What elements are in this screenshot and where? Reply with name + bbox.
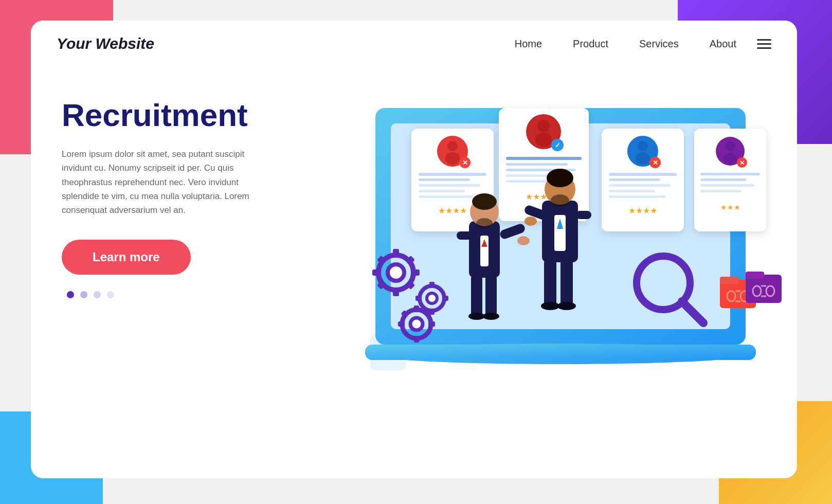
svg-rect-98 <box>457 231 472 240</box>
svg-rect-86 <box>746 272 764 279</box>
svg-rect-14 <box>419 190 465 192</box>
svg-point-21 <box>535 133 552 147</box>
svg-rect-99 <box>471 275 482 316</box>
svg-text:☆: ☆ <box>449 206 456 215</box>
svg-point-97 <box>517 236 530 245</box>
svg-point-110 <box>524 217 537 226</box>
svg-rect-15 <box>419 195 475 198</box>
svg-rect-71 <box>414 305 419 312</box>
hero-section: Recruitment Lorem ipsum dolor sit amet, … <box>31 67 797 473</box>
svg-rect-72 <box>414 336 419 343</box>
nav-services[interactable]: Services <box>639 38 679 50</box>
dot-1[interactable] <box>67 291 74 298</box>
svg-text:✕: ✕ <box>653 159 658 167</box>
svg-point-54 <box>388 264 404 281</box>
svg-rect-13 <box>419 184 480 187</box>
svg-text:★★★: ★★★ <box>720 203 740 211</box>
nav-links: Home Product Services About <box>515 38 736 50</box>
svg-rect-80 <box>720 277 738 284</box>
hero-illustration: ✕ ★★★★ ☆ <box>309 77 766 473</box>
svg-text:✓: ✓ <box>555 141 560 149</box>
hamburger-line-3 <box>757 47 771 49</box>
svg-rect-73 <box>428 321 435 327</box>
svg-rect-100 <box>485 275 497 316</box>
svg-point-115 <box>557 302 576 310</box>
svg-rect-50 <box>700 184 754 187</box>
hero-description: Lorem ipsum dolor sit amet, sea putant s… <box>62 147 267 217</box>
svg-rect-112 <box>544 260 556 306</box>
svg-rect-4 <box>365 345 756 360</box>
svg-point-44 <box>725 141 735 151</box>
hamburger-line-1 <box>757 39 771 41</box>
svg-point-70 <box>410 318 423 330</box>
dot-4[interactable] <box>107 291 114 298</box>
svg-point-64 <box>427 293 437 303</box>
svg-text:✕: ✕ <box>739 159 745 167</box>
svg-rect-56 <box>393 288 399 296</box>
svg-text:★★★★: ★★★★ <box>628 206 657 215</box>
svg-rect-25 <box>506 163 568 166</box>
svg-rect-12 <box>419 178 470 181</box>
svg-rect-49 <box>700 178 747 181</box>
main-card: Your Website Home Product Services About… <box>31 21 797 478</box>
hamburger-menu[interactable] <box>757 39 771 49</box>
svg-rect-58 <box>372 269 381 276</box>
svg-point-33 <box>636 152 650 165</box>
nav-product[interactable]: Product <box>573 38 608 50</box>
svg-point-102 <box>483 313 499 320</box>
svg-rect-57 <box>411 269 420 276</box>
svg-rect-111 <box>576 211 591 219</box>
svg-rect-40 <box>609 195 665 198</box>
svg-point-20 <box>537 120 550 132</box>
hero-left: Recruitment Lorem ipsum dolor sit amet, … <box>62 77 309 473</box>
hamburger-line-2 <box>757 43 771 45</box>
svg-rect-68 <box>415 296 422 301</box>
svg-rect-11 <box>419 173 486 176</box>
svg-text:✕: ✕ <box>462 159 468 167</box>
svg-rect-48 <box>700 173 760 175</box>
nav-about[interactable]: About <box>710 38 736 50</box>
svg-point-93 <box>472 193 497 210</box>
recruitment-illustration: ✕ ★★★★ ☆ <box>334 77 797 437</box>
dot-2[interactable] <box>80 291 87 298</box>
svg-rect-51 <box>700 190 741 192</box>
svg-point-101 <box>468 313 485 320</box>
hero-title: Recruitment <box>62 98 309 133</box>
svg-rect-85 <box>746 275 782 303</box>
svg-point-103 <box>476 218 493 228</box>
svg-rect-65 <box>429 282 435 288</box>
carousel-dots <box>62 291 309 298</box>
svg-rect-39 <box>609 190 655 192</box>
svg-point-8 <box>445 152 460 165</box>
nav-home[interactable]: Home <box>515 38 542 50</box>
svg-rect-24 <box>506 157 582 160</box>
svg-rect-36 <box>609 173 677 176</box>
svg-point-116 <box>551 194 569 207</box>
svg-rect-74 <box>398 321 405 327</box>
svg-point-45 <box>724 153 737 164</box>
svg-rect-38 <box>609 184 671 187</box>
dot-3[interactable] <box>94 291 101 298</box>
svg-rect-113 <box>560 260 573 306</box>
svg-rect-55 <box>393 249 399 257</box>
svg-rect-67 <box>442 296 448 301</box>
svg-point-114 <box>541 302 559 310</box>
learn-more-button[interactable]: Learn more <box>62 240 191 275</box>
svg-point-7 <box>447 141 458 151</box>
site-logo: Your Website <box>57 35 154 52</box>
navbar: Your Website Home Product Services About <box>31 21 797 67</box>
svg-point-32 <box>638 141 648 151</box>
svg-rect-37 <box>609 178 660 181</box>
svg-point-106 <box>547 169 573 187</box>
